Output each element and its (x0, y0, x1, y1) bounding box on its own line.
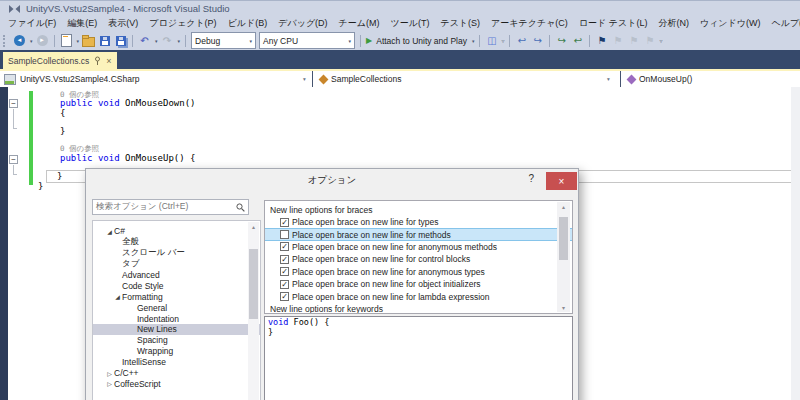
tree-item-code-style[interactable]: Code Style (93, 280, 260, 291)
checkbox[interactable]: ✓ (280, 280, 289, 289)
menu-view[interactable]: 表示(V) (108, 17, 138, 30)
navigate-forward-history-button[interactable]: ↪ (531, 34, 544, 47)
checkbox[interactable]: ✓ (280, 267, 289, 276)
navigate-backward-history-button[interactable]: ↩ (515, 34, 528, 47)
menu-analyze[interactable]: 分析(N) (658, 17, 689, 30)
close-tab-icon[interactable]: × (106, 56, 111, 66)
options-scrollbar[interactable]: ▴ ▾ (557, 202, 570, 312)
tree-item-indentation[interactable]: Indentation (93, 313, 260, 324)
tree-item-spacing[interactable]: Spacing (93, 335, 260, 346)
option-row[interactable]: ✓Place open brace on new line for types (265, 216, 572, 228)
option-row[interactable]: ✓Place open brace on new line for anonym… (265, 266, 572, 278)
tree-item-csharp[interactable]: ◢C# (93, 226, 260, 237)
clear-bookmarks-button[interactable]: ⚑ (643, 34, 656, 47)
expanded-arrow-icon[interactable]: ◢ (113, 293, 122, 300)
collapsed-arrow-icon[interactable]: ▷ (105, 370, 114, 377)
code-line[interactable]: } (38, 181, 43, 191)
tree-item-wrapping[interactable]: Wrapping (93, 346, 260, 357)
collapse-region-button[interactable]: − (9, 99, 18, 108)
expanded-arrow-icon[interactable]: ◢ (105, 228, 114, 235)
code-line[interactable]: public void OnMouseDown() (60, 98, 195, 108)
tree-item-advanced[interactable]: Advanced (93, 270, 260, 281)
menu-help[interactable]: ヘルプ(H) (771, 17, 800, 30)
save-all-button[interactable] (114, 34, 127, 47)
menu-load-test[interactable]: ロード テスト(L) (579, 17, 648, 30)
close-dialog-button[interactable]: × (546, 172, 577, 190)
tree-scrollbar-thumb[interactable] (249, 249, 258, 319)
tree-item-intellisense[interactable]: IntelliSense (93, 357, 260, 368)
document-tab[interactable]: SampleCollections.cs × (3, 52, 117, 69)
toggle-bookmark-button[interactable]: ⚑ (595, 34, 608, 47)
next-bookmark-button[interactable]: ⚑ (627, 34, 640, 47)
menu-team[interactable]: チーム(M) (339, 17, 380, 30)
menu-edit[interactable]: 編集(E) (67, 17, 97, 30)
options-scrollbar-thumb[interactable] (559, 217, 568, 260)
step-over-button[interactable]: ↩ (571, 34, 584, 47)
tree-item-new-lines[interactable]: New Lines (93, 324, 260, 335)
project-dropdown[interactable]: UnityVS.Vstu2Sample4.CSharp (4, 71, 140, 87)
undo-button[interactable]: ↶ (138, 34, 151, 47)
tree-item-general-jp[interactable]: 全般 (93, 237, 260, 248)
option-row-selected[interactable]: Place open brace on new line for methods (265, 228, 572, 240)
type-dropdown-arrow[interactable]: ▾ (607, 76, 610, 82)
help-button[interactable]: ? (528, 173, 534, 184)
solution-configuration-combo[interactable]: Debug▾ (191, 32, 256, 49)
code-line[interactable]: } (60, 126, 65, 136)
tree-item-cpp[interactable]: ▷C/C++ (93, 368, 260, 379)
checkbox[interactable]: ✓ (280, 255, 289, 264)
tree-item-formatting[interactable]: ◢Formatting (93, 291, 260, 302)
member-dropdown[interactable]: OnMouseUp() (628, 71, 692, 87)
pin-icon[interactable] (94, 56, 101, 65)
code-line[interactable]: } (57, 171, 62, 181)
code-line[interactable]: { (60, 108, 65, 118)
menu-test[interactable]: テスト(S) (440, 17, 480, 30)
solution-platform-combo[interactable]: Any CPU▾ (259, 32, 355, 49)
menu-debug[interactable]: デバッグ(D) (278, 17, 327, 30)
redo-button[interactable]: ↷ (161, 34, 174, 47)
new-file-dropdown-arrow[interactable]: ▾ (77, 38, 80, 44)
menu-project[interactable]: プロジェクト(P) (149, 17, 216, 30)
code-line[interactable]: public void OnMouseUp() { (60, 153, 195, 163)
save-button[interactable] (98, 34, 111, 47)
collapse-region-button[interactable]: − (9, 155, 18, 164)
editor-scrollbar[interactable] (791, 87, 800, 400)
search-options-input[interactable]: 検索オプション (Ctrl+E) (92, 199, 249, 215)
scroll-up-icon[interactable]: ▴ (557, 203, 570, 210)
menu-window[interactable]: ウィンドウ(W) (700, 17, 761, 30)
menu-build[interactable]: ビルド(B) (228, 17, 268, 30)
checkbox[interactable] (280, 230, 289, 239)
scroll-down-icon[interactable]: ▾ (557, 304, 570, 311)
step-into-button[interactable]: ↪ (555, 34, 568, 47)
attach-to-process-button[interactable]: ◫ (485, 34, 498, 47)
prev-bookmark-button[interactable]: ⚑ (611, 34, 624, 47)
checkbox[interactable]: ✓ (280, 218, 289, 227)
tree-scrollbar[interactable]: ▴ (248, 222, 259, 400)
checkbox[interactable]: ✓ (280, 292, 289, 301)
tree-item-formatting-general[interactable]: General (93, 302, 260, 313)
toolbar-overflow-button[interactable]: ▿ (659, 37, 662, 44)
undo-dropdown-arrow[interactable]: ▾ (155, 38, 158, 44)
project-dropdown-arrow[interactable]: ▾ (303, 76, 306, 82)
option-row[interactable]: ✓Place open brace on new line for contro… (265, 253, 572, 265)
attach-to-unity-button[interactable]: ▶ Attach to Unity and Play ▾ (366, 36, 474, 46)
tree-item-coffeescript[interactable]: ▷CoffeeScript (93, 378, 260, 389)
menu-architecture[interactable]: アーキテクチャ(C) (491, 17, 568, 30)
menu-file[interactable]: ファイル(F) (8, 17, 56, 30)
option-row[interactable]: ✓Place open brace on new line for lambda… (265, 290, 572, 302)
checkbox[interactable]: ✓ (280, 242, 289, 251)
toolbar-grip[interactable] (3, 35, 8, 47)
navigate-forward-button[interactable]: ► (36, 34, 49, 47)
open-file-button[interactable] (82, 34, 95, 47)
type-dropdown[interactable]: SampleCollections (320, 71, 401, 87)
navigate-back-button[interactable]: ◄ (13, 34, 26, 47)
option-row[interactable]: ✓Place open brace on new line for object… (265, 278, 572, 290)
back-dropdown-arrow[interactable]: ▾ (30, 38, 33, 44)
tree-item-scrollbars[interactable]: スクロール バー (93, 248, 260, 259)
new-file-button[interactable] (60, 34, 73, 47)
scroll-up-icon[interactable]: ▴ (248, 223, 259, 230)
toolbar-overflow-button[interactable]: ▿ (501, 37, 504, 44)
tree-item-tabs[interactable]: タブ (93, 259, 260, 270)
menu-tools[interactable]: ツール(T) (391, 17, 430, 30)
option-row[interactable]: ✓Place open brace on new line for anonym… (265, 241, 572, 253)
collapsed-arrow-icon[interactable]: ▷ (105, 380, 114, 387)
